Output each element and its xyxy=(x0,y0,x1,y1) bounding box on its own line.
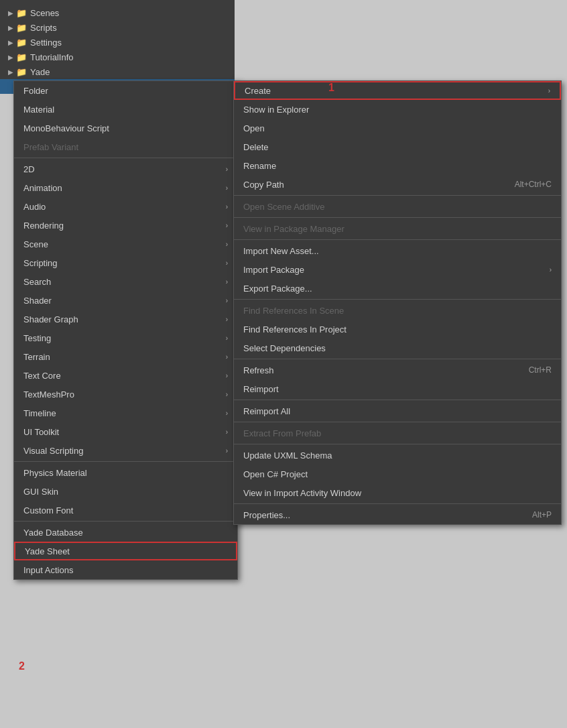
submenu-arrow-icon: › xyxy=(226,166,228,173)
folder-icon: 📁 xyxy=(16,67,27,77)
menu-item-yade-database[interactable]: Yade Database xyxy=(14,523,237,542)
arrow-icon: ▶ xyxy=(8,24,13,32)
tree-item-tutorialinfo[interactable]: ▶ 📁 TutorialInfo xyxy=(0,50,235,64)
menu-item-reimport-all[interactable]: Reimport All xyxy=(234,402,561,420)
menu-item-find-refs-project[interactable]: Find References In Project xyxy=(234,320,561,339)
menu-item-rename[interactable]: Rename xyxy=(234,156,561,175)
menu-item-view-import-activity[interactable]: View in Import Activity Window xyxy=(234,483,561,502)
menu-item-gui-skin[interactable]: GUI Skin xyxy=(14,482,237,501)
menu-item-open-scene-additive: Open Scene Additive xyxy=(234,197,561,216)
menu-item-ui-toolkit[interactable]: UI Toolkit › xyxy=(14,422,237,441)
tree-item-scripts[interactable]: ▶ 📁 Scripts xyxy=(0,20,235,35)
submenu-arrow-icon: › xyxy=(226,278,228,286)
menu-item-input-actions[interactable]: Input Actions xyxy=(14,560,237,579)
menu-item-textmeshpro[interactable]: TextMeshPro › xyxy=(14,385,237,404)
submenu-arrow-icon: › xyxy=(226,222,228,229)
folder-icon: 📁 xyxy=(16,38,27,48)
separator xyxy=(234,359,561,359)
menu-item-prefab-variant: Prefab Variant xyxy=(14,137,237,156)
menu-item-timeline[interactable]: Timeline › xyxy=(14,404,237,422)
menu-item-text-core[interactable]: Text Core › xyxy=(14,366,237,385)
separator xyxy=(234,299,561,300)
menu-item-folder[interactable]: Folder xyxy=(14,81,237,100)
submenu-arrow-icon: › xyxy=(550,266,552,274)
separator xyxy=(14,461,237,462)
menu-item-testing[interactable]: Testing › xyxy=(14,328,237,347)
menu-item-physics-material[interactable]: Physics Material xyxy=(14,463,237,482)
badge-1: 1 xyxy=(328,82,334,94)
menu-item-yade-sheet[interactable]: Yade Sheet xyxy=(14,542,237,560)
submenu-arrow-icon: › xyxy=(226,297,228,304)
submenu-arrow-icon: › xyxy=(226,316,228,323)
separator xyxy=(14,158,237,158)
menu-item-create[interactable]: Create › xyxy=(234,81,561,100)
menu-item-open-csharp[interactable]: Open C# Project xyxy=(234,465,561,483)
submenu-arrow-icon: › xyxy=(226,335,228,342)
separator xyxy=(234,217,561,218)
menu-item-scripting[interactable]: Scripting › xyxy=(14,253,237,272)
tree-item-scenes[interactable]: ▶ 📁 Scenes xyxy=(0,5,235,20)
menu-item-terrain[interactable]: Terrain › xyxy=(14,347,237,366)
separator xyxy=(234,444,561,444)
menu-item-2d[interactable]: 2D › xyxy=(14,160,237,178)
arrow-icon: ▶ xyxy=(8,68,13,76)
menu-item-animation[interactable]: Animation › xyxy=(14,178,237,197)
menu-item-refresh[interactable]: Refresh Ctrl+R xyxy=(234,361,561,379)
right-context-menu: Create › Show in Explorer Open Delete Re… xyxy=(233,80,562,525)
arrow-icon: ▶ xyxy=(8,9,13,17)
menu-item-visual-scripting[interactable]: Visual Scripting › xyxy=(14,441,237,460)
separator xyxy=(14,521,237,522)
menu-item-import-new-asset[interactable]: Import New Asset... xyxy=(234,241,561,260)
menu-item-select-dependencies[interactable]: Select Dependencies xyxy=(234,339,561,357)
menu-item-import-package[interactable]: Import Package › xyxy=(234,260,561,279)
submenu-arrow-icon: › xyxy=(226,203,228,210)
submenu-arrow-icon: › xyxy=(226,184,228,192)
separator xyxy=(234,400,561,400)
submenu-arrow-icon: › xyxy=(226,353,228,361)
badge-2: 2 xyxy=(19,660,25,672)
submenu-arrow-icon: › xyxy=(226,428,228,436)
menu-item-monobehaviour[interactable]: MonoBehaviour Script xyxy=(14,119,237,137)
menu-item-rendering[interactable]: Rendering › xyxy=(14,216,237,235)
submenu-arrow-icon: › xyxy=(548,87,550,95)
menu-item-shader[interactable]: Shader › xyxy=(14,291,237,310)
submenu-arrow-icon: › xyxy=(226,391,228,398)
menu-item-export-package[interactable]: Export Package... xyxy=(234,279,561,298)
menu-item-update-uxml[interactable]: Update UXML Schema xyxy=(234,446,561,465)
menu-item-extract-prefab: Extract From Prefab xyxy=(234,424,561,442)
separator xyxy=(234,239,561,240)
menu-item-reimport[interactable]: Reimport xyxy=(234,379,561,398)
folder-icon: 📁 xyxy=(16,8,27,18)
submenu-arrow-icon: › xyxy=(226,447,228,454)
left-context-menu: Folder Material MonoBehaviour Script Pre… xyxy=(13,80,238,580)
menu-item-custom-font[interactable]: Custom Font xyxy=(14,501,237,520)
submenu-arrow-icon: › xyxy=(226,372,228,379)
arrow-icon: ▶ xyxy=(8,39,13,46)
menu-item-scene[interactable]: Scene › xyxy=(14,235,237,253)
submenu-arrow-icon: › xyxy=(226,259,228,267)
submenu-arrow-icon: › xyxy=(226,241,228,248)
menu-item-show-explorer[interactable]: Show in Explorer xyxy=(234,100,561,119)
separator xyxy=(234,503,561,504)
arrow-icon: ▶ xyxy=(8,54,13,61)
menu-item-shader-graph[interactable]: Shader Graph › xyxy=(14,310,237,328)
menu-item-search[interactable]: Search › xyxy=(14,272,237,291)
menu-item-audio[interactable]: Audio › xyxy=(14,197,237,216)
tree-item-settings[interactable]: ▶ 📁 Settings xyxy=(0,35,235,50)
menu-item-view-package-manager: View in Package Manager xyxy=(234,219,561,238)
menu-item-copy-path[interactable]: Copy Path Alt+Ctrl+C xyxy=(234,175,561,194)
menu-item-open[interactable]: Open xyxy=(234,119,561,137)
folder-icon: 📁 xyxy=(16,52,27,62)
file-tree: ▶ 📁 Scenes ▶ 📁 Scripts ▶ 📁 Settings ▶ 📁 … xyxy=(0,0,235,87)
separator xyxy=(234,422,561,422)
menu-item-find-refs-scene: Find References In Scene xyxy=(234,301,561,320)
menu-item-material[interactable]: Material xyxy=(14,100,237,119)
folder-icon: 📁 xyxy=(16,23,27,33)
separator xyxy=(234,195,561,196)
menu-item-delete[interactable]: Delete xyxy=(234,137,561,156)
tree-item-yade[interactable]: ▶ 📁 Yade xyxy=(0,64,235,79)
menu-item-properties[interactable]: Properties... Alt+P xyxy=(234,505,561,524)
submenu-arrow-icon: › xyxy=(226,410,228,417)
